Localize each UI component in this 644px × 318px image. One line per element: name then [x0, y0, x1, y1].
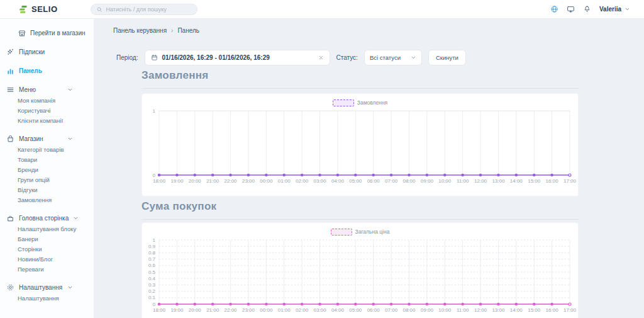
svg-text:20:00: 20:00 [189, 178, 202, 184]
global-search[interactable] [91, 4, 197, 15]
svg-text:05:00: 05:00 [349, 307, 362, 313]
legend-label: Замовлення [357, 99, 387, 106]
sidebar-item-dashboard[interactable]: Панель [0, 65, 94, 76]
logo-icon [18, 4, 28, 14]
svg-text:0.9: 0.9 [148, 244, 156, 249]
breadcrumb-separator: › [171, 27, 173, 34]
gear-icon [6, 283, 14, 292]
sidebar-group-label: Меню [19, 86, 36, 93]
sidebar-item-my-company[interactable]: Моя компанія [0, 95, 94, 105]
reset-button[interactable]: Скинути [428, 50, 466, 65]
svg-text:0.4: 0.4 [148, 276, 156, 281]
svg-text:07:00: 07:00 [385, 307, 398, 313]
logo-text: SELIO [31, 4, 58, 14]
language-globe-button[interactable] [550, 5, 558, 13]
sidebar-group-settings[interactable]: Налаштування [0, 282, 94, 293]
search-input[interactable] [106, 6, 188, 13]
search-icon [96, 6, 103, 13]
sidebar-item-news-blog[interactable]: Новини/Блог [0, 254, 94, 264]
storefront-icon [18, 30, 26, 37]
svg-text:23:00: 23:00 [242, 307, 255, 313]
handbag-icon [6, 214, 14, 222]
sidebar-item-banners[interactable]: Банери [0, 234, 94, 244]
sidebar-item-settings[interactable]: Налаштування [0, 293, 94, 303]
svg-text:1: 1 [153, 108, 156, 114]
svg-text:14:00: 14:00 [510, 178, 523, 184]
sidebar-item-block-settings[interactable]: Налаштування блоку [0, 224, 94, 234]
svg-text:0: 0 [153, 302, 156, 307]
filters-bar: Період: 01/16/2026, 16:29 - 01/16/2026, … [116, 49, 466, 65]
purchases-chart-card: Загальна ціна 18:0019:0020:0021:0022:002… [142, 222, 579, 318]
svg-text:1: 1 [153, 237, 156, 243]
sidebar-item-brands[interactable]: Бренди [0, 164, 94, 174]
user-menu[interactable]: Valeriia [599, 6, 630, 13]
sidebar-group-label: Налаштування [19, 284, 62, 291]
sidebar-group-homepage[interactable]: Головна сторінка [0, 213, 94, 224]
orders-section-title: Замовлення [142, 69, 579, 89]
svg-text:05:00: 05:00 [349, 178, 362, 184]
svg-text:15:00: 15:00 [528, 178, 541, 184]
sidebar-item-reviews[interactable]: Відгуки [0, 185, 94, 195]
clear-period-icon[interactable] [318, 55, 324, 60]
sidebar-group-menu[interactable]: Меню [0, 84, 94, 95]
svg-text:10:00: 10:00 [438, 307, 452, 313]
sidebar-item-products[interactable]: Товари [0, 154, 94, 164]
sidebar-group-label: Головна сторінка [19, 215, 69, 222]
sidebar-item-option-groups[interactable]: Групи опцій [0, 174, 94, 185]
svg-text:22:00: 22:00 [225, 307, 238, 313]
purchases-chart: 18:0019:0020:0021:0022:0023:0000:0001:00… [142, 237, 578, 318]
svg-text:16:00: 16:00 [546, 178, 559, 184]
svg-text:00:00: 00:00 [260, 307, 273, 313]
chevron-down-icon [67, 87, 73, 93]
orders-chart-legend: Замовлення [142, 99, 578, 106]
sidebar-item-label: Перейти в магазин [30, 30, 86, 37]
sidebar-item-subscriptions[interactable]: Підписки [0, 47, 94, 57]
sidebar: Перейти в магазин Підписки Панель Меню М… [0, 19, 94, 318]
svg-text:10:00: 10:00 [438, 178, 452, 184]
svg-text:09:00: 09:00 [421, 178, 434, 184]
svg-text:12:00: 12:00 [474, 178, 487, 184]
svg-text:0.5: 0.5 [148, 270, 156, 275]
sidebar-item-advantages[interactable]: Переваги [0, 264, 94, 274]
breadcrumb: Панель керування › Панель [113, 27, 199, 34]
svg-text:04:00: 04:00 [331, 307, 345, 313]
svg-text:13:00: 13:00 [492, 307, 505, 313]
status-select[interactable]: Всі статуси [364, 50, 422, 65]
svg-text:20:00: 20:00 [189, 307, 202, 313]
svg-text:18:00: 18:00 [153, 307, 166, 313]
sidebar-group-shop[interactable]: Магазин [0, 133, 94, 144]
svg-text:21:00: 21:00 [206, 178, 219, 184]
legend-swatch [331, 229, 352, 236]
svg-text:19:00: 19:00 [170, 178, 184, 184]
sidebar-item-company-clients[interactable]: Клієнти компанії [0, 115, 94, 125]
period-date-range-input[interactable]: 01/16/2026, 16:29 - 01/16/2026, 16:29 [145, 50, 330, 65]
svg-text:01:00: 01:00 [278, 307, 291, 313]
monitor-button[interactable] [567, 5, 575, 13]
sidebar-item-product-categories[interactable]: Категорії товарів [0, 144, 94, 154]
svg-text:11:00: 11:00 [457, 307, 469, 313]
sidebar-item-go-to-store[interactable]: Перейти в магазин [0, 28, 94, 38]
main-content: Панель керування › Панель Період: 01/16/… [94, 19, 644, 318]
logo[interactable]: SELIO [18, 4, 58, 14]
sidebar-item-pages[interactable]: Сторінки [0, 244, 94, 254]
svg-text:02:00: 02:00 [296, 307, 309, 313]
orders-chart-card: Замовлення 18:0019:0020:0021:0022:0023:0… [142, 93, 579, 196]
topbar: SELIO Valeriia [0, 0, 644, 19]
chevron-down-icon [625, 6, 630, 12]
orders-chart: 18:0019:0020:0021:0022:0023:0000:0001:00… [142, 108, 578, 189]
svg-text:06:00: 06:00 [367, 178, 380, 184]
sidebar-item-label: Панель [19, 67, 42, 74]
svg-text:15:00: 15:00 [528, 307, 541, 313]
svg-text:03:00: 03:00 [314, 178, 327, 184]
notifications-bell-button[interactable] [583, 5, 591, 13]
sidebar-item-users[interactable]: Користувачі [0, 105, 94, 115]
svg-text:08:00: 08:00 [402, 178, 416, 184]
chevron-down-icon [67, 136, 73, 142]
legend-label: Загальна ціна [355, 229, 390, 235]
svg-text:0.6: 0.6 [148, 263, 156, 268]
breadcrumb-item-control-panel[interactable]: Панель керування [113, 27, 167, 34]
svg-text:01:00: 01:00 [278, 178, 291, 184]
svg-text:07:00: 07:00 [385, 178, 398, 184]
topbar-actions: Valeriia [550, 5, 630, 13]
sidebar-item-orders[interactable]: Замовлення [0, 195, 94, 205]
